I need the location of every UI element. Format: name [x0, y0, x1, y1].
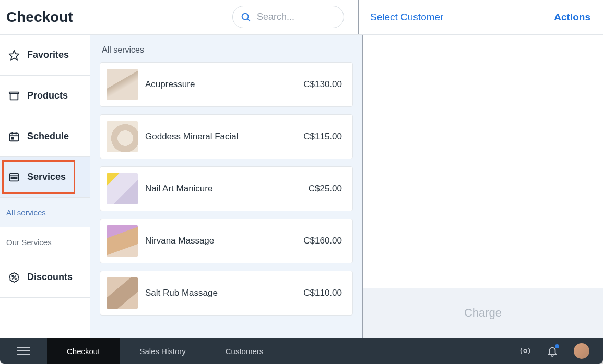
svg-point-14 — [12, 275, 14, 276]
charge-label: Charge — [464, 306, 502, 320]
cart-header: Select Customer Actions — [358, 0, 603, 34]
sidebar-item-schedule[interactable]: Schedule — [0, 116, 90, 157]
svg-rect-9 — [11, 137, 14, 139]
search-box[interactable] — [232, 6, 344, 28]
svg-line-1 — [247, 18, 250, 20]
tab-sales-history[interactable]: Sales History — [120, 338, 205, 364]
svg-point-15 — [15, 278, 16, 280]
sidebar-item-label: Favorites — [27, 50, 69, 60]
bell-icon[interactable] — [547, 345, 558, 357]
service-card[interactable]: Goddess Mineral Facial C$115.00 — [100, 114, 353, 159]
menu-button[interactable] — [0, 338, 47, 364]
service-thumbnail — [107, 225, 138, 257]
sidebar: Favorites Products Schedule Services — [0, 35, 90, 338]
sidebar-item-label: Discounts — [27, 272, 73, 283]
tab-label: Sales History — [139, 347, 185, 356]
sidebar-sub-all-services[interactable]: All services — [0, 198, 90, 227]
sidebar-item-favorites[interactable]: Favorites — [0, 35, 90, 76]
discount-icon — [8, 272, 20, 283]
sidebar-sub-label: Our Services — [6, 238, 52, 247]
sidebar-item-label: Products — [27, 90, 68, 101]
svg-rect-13 — [15, 177, 17, 179]
tab-customers[interactable]: Customers — [206, 338, 283, 364]
svg-line-16 — [12, 275, 16, 279]
sidebar-item-services[interactable]: Services — [0, 157, 90, 198]
sidebar-item-discounts[interactable]: Discounts — [0, 257, 90, 298]
service-card[interactable]: Salt Rub Massage C$110.00 — [100, 271, 353, 316]
sidebar-sub-label: All services — [6, 208, 46, 217]
calendar-icon — [8, 131, 20, 142]
svg-rect-3 — [10, 93, 18, 100]
service-card[interactable]: Nirvana Massage C$160.00 — [100, 219, 353, 263]
service-thumbnail — [107, 277, 138, 309]
svg-rect-4 — [9, 92, 19, 93]
cart-panel: Charge — [362, 35, 603, 338]
service-thumbnail — [107, 69, 138, 100]
tab-label: Customers — [226, 347, 264, 356]
service-name: Goddess Mineral Facial — [145, 131, 296, 142]
list-heading: All services — [102, 45, 353, 55]
sidebar-item-label: Schedule — [27, 131, 69, 142]
header: Checkout Select Customer Actions — [0, 0, 603, 35]
svg-point-17 — [524, 349, 527, 353]
star-icon — [8, 50, 20, 61]
actions-link[interactable]: Actions — [554, 11, 590, 23]
products-icon — [8, 90, 20, 102]
service-name: Nail Art Manicure — [145, 184, 301, 194]
svg-rect-12 — [11, 177, 14, 179]
tab-checkout[interactable]: Checkout — [47, 338, 120, 364]
sidebar-item-products[interactable]: Products — [0, 76, 90, 116]
service-price: C$115.00 — [303, 131, 342, 142]
search-input[interactable] — [257, 11, 336, 22]
service-card[interactable]: Nail Art Manicure C$25.00 — [100, 166, 353, 211]
user-avatar[interactable] — [574, 343, 589, 359]
broadcast-icon[interactable] — [519, 345, 531, 357]
notification-dot — [555, 344, 559, 348]
search-icon — [240, 11, 252, 23]
select-customer-link[interactable]: Select Customer — [370, 11, 443, 23]
cart-empty-area — [363, 35, 603, 288]
services-icon — [8, 172, 20, 183]
tab-label: Checkout — [67, 347, 100, 356]
svg-marker-2 — [9, 50, 19, 59]
charge-button[interactable]: Charge — [363, 288, 603, 338]
service-name: Nirvana Massage — [145, 236, 296, 246]
bottom-bar: Checkout Sales History Customers — [0, 338, 603, 364]
service-list: All services Acupressure C$130.00 Goddes… — [90, 35, 362, 338]
service-price: C$25.00 — [309, 184, 342, 194]
service-price: C$160.00 — [303, 236, 342, 246]
service-card[interactable]: Acupressure C$130.00 — [100, 62, 353, 107]
hamburger-icon — [17, 347, 30, 355]
sidebar-sub-our-services[interactable]: Our Services — [0, 227, 90, 257]
service-name: Acupressure — [145, 79, 296, 90]
service-price: C$110.00 — [303, 288, 342, 298]
page-title: Checkout — [6, 9, 73, 26]
service-thumbnail — [107, 173, 138, 204]
service-price: C$130.00 — [303, 79, 342, 90]
sidebar-item-label: Services — [27, 172, 66, 183]
service-name: Salt Rub Massage — [145, 288, 296, 298]
service-thumbnail — [107, 121, 138, 152]
